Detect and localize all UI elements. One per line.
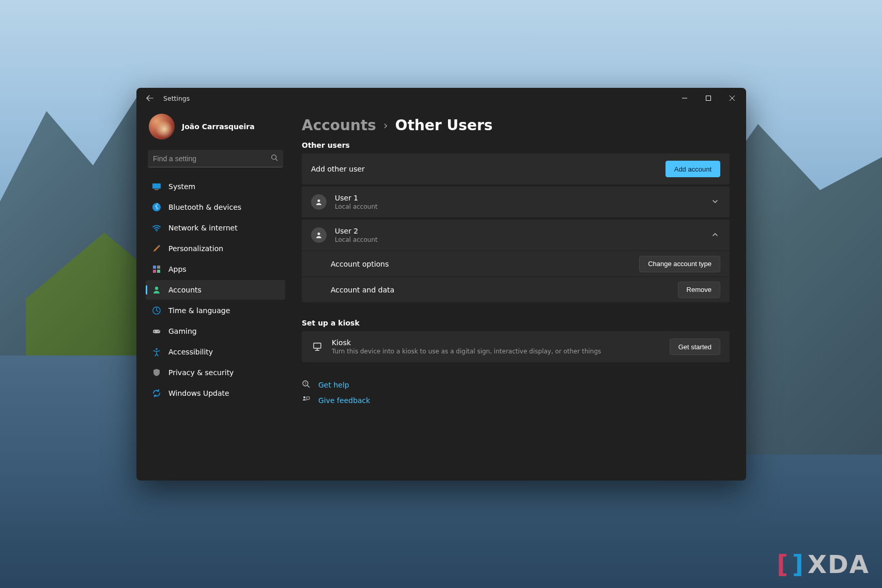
breadcrumb-root[interactable]: Accounts	[302, 117, 376, 134]
search-box[interactable]	[148, 150, 283, 167]
sidebar-item-label: Gaming	[168, 327, 197, 335]
svg-rect-3	[154, 189, 159, 190]
give-feedback-label: Give feedback	[318, 396, 370, 405]
sidebar-item-network[interactable]: Network & internet	[146, 218, 285, 238]
accessibility-icon	[152, 347, 161, 357]
chevron-down-icon	[710, 197, 720, 207]
sidebar-item-accounts[interactable]: Accounts	[146, 280, 285, 300]
sidebar-item-gaming[interactable]: Gaming	[146, 321, 285, 341]
system-icon	[152, 182, 161, 191]
user-type-label: Local account	[335, 203, 378, 210]
minimize-icon	[682, 96, 687, 101]
back-button[interactable]	[141, 89, 159, 107]
add-other-user-label: Add other user	[311, 165, 365, 173]
sidebar-item-label: Accounts	[168, 286, 202, 294]
svg-point-17	[318, 233, 320, 235]
search-input[interactable]	[153, 154, 271, 163]
user-name: João Carrasqueira	[182, 122, 255, 131]
section-heading-kiosk: Set up a kiosk	[302, 319, 730, 327]
svg-point-16	[318, 199, 320, 202]
remove-button[interactable]: Remove	[678, 282, 720, 298]
sidebar-item-time-language[interactable]: Time & language	[146, 301, 285, 320]
maximize-button[interactable]	[697, 90, 720, 106]
close-button[interactable]	[720, 90, 744, 106]
svg-rect-8	[153, 270, 156, 273]
sidebar-item-label: Privacy & security	[168, 368, 234, 377]
settings-window: Settings João Carrasqueira	[136, 88, 746, 481]
kiosk-icon	[311, 342, 323, 351]
svg-point-21	[303, 396, 305, 398]
get-help-link[interactable]: ? Get help	[302, 378, 730, 392]
sidebar-item-apps[interactable]: Apps	[146, 259, 285, 279]
sidebar-item-label: Apps	[168, 265, 187, 273]
svg-text:?: ?	[304, 382, 306, 386]
feedback-icon	[302, 395, 311, 406]
avatar	[149, 114, 175, 140]
kiosk-title: Kiosk	[332, 338, 601, 347]
help-icon: ?	[302, 380, 311, 390]
minimize-button[interactable]	[673, 90, 697, 106]
person-circle-icon	[311, 227, 327, 243]
content-area: Accounts › Other Users Other users Add o…	[291, 109, 746, 481]
close-icon	[730, 96, 735, 101]
svg-point-1	[272, 155, 276, 160]
sidebar-item-privacy[interactable]: Privacy & security	[146, 363, 285, 382]
gamepad-icon	[152, 327, 161, 336]
nav: System Bluetooth & devices Network & int…	[146, 177, 285, 403]
watermark-text: XDA	[808, 550, 870, 579]
svg-rect-7	[157, 266, 160, 269]
user-type-label: Local account	[335, 236, 378, 243]
svg-point-10	[155, 287, 158, 290]
svg-rect-0	[706, 96, 711, 101]
sidebar-item-label: Personalization	[168, 244, 223, 253]
user-name-label: User 1	[335, 194, 378, 202]
watermark: [] XDA	[777, 550, 870, 579]
account-options-row: Account options Change account type	[302, 251, 730, 276]
sidebar-item-personalization[interactable]: Personalization	[146, 239, 285, 258]
get-help-label: Get help	[318, 381, 349, 389]
person-circle-icon	[311, 194, 327, 210]
sidebar-item-label: Network & internet	[168, 224, 238, 232]
maximize-icon	[706, 96, 711, 101]
add-account-button[interactable]: Add account	[666, 161, 720, 177]
clock-globe-icon	[152, 306, 161, 315]
sidebar-item-label: System	[168, 182, 195, 191]
chevron-right-icon: ›	[383, 119, 388, 132]
sidebar-item-label: Accessibility	[168, 348, 213, 356]
sidebar-item-bluetooth[interactable]: Bluetooth & devices	[146, 197, 285, 217]
window-title: Settings	[163, 95, 190, 102]
sidebar-item-system[interactable]: System	[146, 177, 285, 196]
sidebar-item-label: Bluetooth & devices	[168, 203, 241, 211]
chevron-up-icon	[710, 230, 720, 240]
sidebar-item-label: Windows Update	[168, 389, 229, 397]
svg-point-5	[156, 230, 157, 231]
arrow-left-icon	[146, 95, 153, 102]
svg-rect-6	[153, 266, 156, 269]
section-heading-other-users: Other users	[302, 141, 730, 149]
user-row-user2: User 2 Local account Account options Cha…	[302, 220, 730, 302]
kiosk-subtitle: Turn this device into a kiosk to use as …	[332, 348, 601, 355]
sidebar-item-windows-update[interactable]: Windows Update	[146, 383, 285, 403]
sidebar-item-label: Time & language	[168, 306, 230, 315]
give-feedback-link[interactable]: Give feedback	[302, 393, 730, 408]
page-title: Other Users	[395, 117, 493, 134]
update-icon	[152, 389, 161, 398]
svg-point-15	[156, 348, 158, 350]
sidebar-item-accessibility[interactable]: Accessibility	[146, 342, 285, 362]
account-data-label: Account and data	[331, 286, 394, 294]
user-name-label: User 2	[335, 227, 378, 235]
bluetooth-icon	[152, 203, 161, 212]
user-row-user1[interactable]: User 1 Local account	[302, 187, 730, 218]
add-other-user-card: Add other user Add account	[302, 153, 730, 184]
user-profile[interactable]: João Carrasqueira	[146, 111, 285, 147]
wifi-icon	[152, 223, 161, 233]
svg-rect-22	[306, 397, 310, 399]
get-started-button[interactable]: Get started	[670, 338, 720, 355]
breadcrumb: Accounts › Other Users	[302, 117, 730, 134]
svg-point-14	[159, 330, 160, 331]
search-icon	[271, 153, 278, 163]
titlebar: Settings	[136, 88, 746, 109]
apps-icon	[152, 265, 161, 274]
change-account-type-button[interactable]: Change account type	[639, 256, 720, 272]
user-row-user2-header[interactable]: User 2 Local account	[302, 220, 730, 251]
